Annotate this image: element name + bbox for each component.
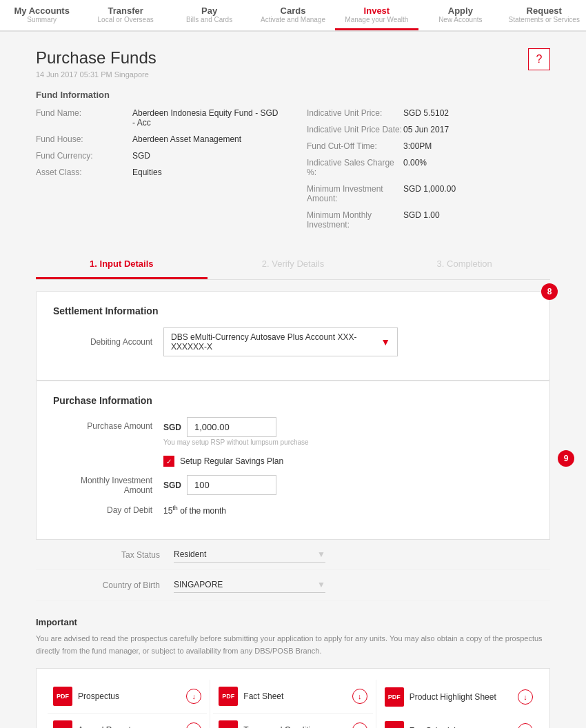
purchase-title: Purchase Information bbox=[53, 395, 533, 406]
cutoff-label: Fund Cut-Off Time: bbox=[307, 141, 403, 151]
doc-product-highlight: PDF Product Highlight Sheet ↓ bbox=[379, 680, 538, 714]
doc-name-fact-sheet: Fact Sheet bbox=[243, 691, 346, 701]
download-prospectus[interactable]: ↓ bbox=[186, 689, 201, 704]
doc-name-annual-report: Annual Report bbox=[78, 725, 181, 728]
purchase-amount-label: Purchase Amount bbox=[53, 417, 163, 431]
rsp-label: Setup Regular Savings Plan bbox=[180, 456, 283, 466]
tax-status-chevron-icon: ▼ bbox=[317, 549, 325, 559]
monthly-amount-label: Monthly Investment Amount bbox=[53, 476, 163, 495]
step-2: 2. Verify Details bbox=[208, 250, 379, 279]
tax-status-label: Tax Status bbox=[36, 550, 174, 560]
pdf-icon-fact-sheet: PDF bbox=[219, 687, 238, 706]
unit-price-value: SGD 5.5102 bbox=[403, 108, 449, 118]
tax-status-select[interactable]: Resident ▼ bbox=[174, 547, 325, 563]
nav-apply[interactable]: Apply New Accounts bbox=[418, 0, 502, 30]
doc-fee-schedule: PDF Fee Schedule ↓ bbox=[379, 714, 538, 728]
fund-info-title: Fund Information bbox=[36, 90, 550, 100]
fund-house-label: Fund House: bbox=[36, 134, 132, 144]
nav-transfer[interactable]: Transfer Local or Overseas bbox=[83, 0, 167, 30]
asset-class-label: Asset Class: bbox=[36, 168, 132, 177]
pdf-icon-fee-schedule: PDF bbox=[385, 721, 404, 728]
min-investment-value: SGD 1,000.00 bbox=[403, 184, 456, 203]
badge-9: 9 bbox=[558, 450, 574, 467]
unit-price-date-value: 05 Jun 2017 bbox=[403, 125, 449, 134]
purchase-amount-input[interactable] bbox=[187, 417, 276, 437]
download-product-highlight[interactable]: ↓ bbox=[518, 689, 533, 705]
fund-currency-value: SGD bbox=[132, 151, 150, 161]
download-fee-schedule[interactable]: ↓ bbox=[518, 723, 533, 728]
purchase-sub-note: You may setup RSP without lumpsum purcha… bbox=[163, 438, 309, 446]
download-annual-report[interactable]: ↓ bbox=[186, 722, 201, 728]
debit-day-value: 15th of the month bbox=[163, 505, 226, 516]
nav-request[interactable]: Request Statements or Services bbox=[503, 0, 586, 30]
important-title: Important bbox=[36, 617, 550, 627]
country-birth-row: Country of Birth SINGAPORE ▼ bbox=[36, 570, 550, 600]
chevron-down-icon: ▼ bbox=[381, 336, 390, 347]
fund-house-value: Aberdeen Asset Management bbox=[132, 134, 241, 144]
doc-name-terms: Terms and Conditions bbox=[243, 725, 346, 728]
doc-name-prospectus: Prospectus bbox=[78, 691, 181, 701]
step-1: 1. Input Details bbox=[36, 250, 208, 279]
asset-class-value: Equities bbox=[132, 168, 162, 177]
doc-terms: PDF Terms and Conditions ↓ bbox=[213, 714, 372, 728]
rsp-checkbox[interactable]: ✓ bbox=[163, 456, 174, 467]
sales-charge-label: Indicative Sales Charge %: bbox=[307, 158, 403, 177]
tax-status-value: Resident bbox=[174, 549, 206, 559]
min-monthly-label: Minimum Monthly Investment: bbox=[307, 210, 403, 230]
monthly-amount-input[interactable] bbox=[187, 475, 276, 495]
pdf-icon-prospectus: PDF bbox=[53, 687, 72, 706]
doc-prospectus: PDF Prospectus ↓ bbox=[48, 680, 207, 714]
country-birth-chevron-icon: ▼ bbox=[317, 580, 325, 589]
fund-name-value: Aberdeen Indonesia Equity Fund - SGD - A… bbox=[132, 108, 279, 128]
download-fact-sheet[interactable]: ↓ bbox=[352, 689, 367, 704]
doc-fact-sheet: PDF Fact Sheet ↓ bbox=[213, 680, 372, 714]
nav-invest[interactable]: Invest Manage your Wealth bbox=[335, 0, 418, 30]
help-button[interactable]: ? bbox=[528, 48, 550, 70]
download-terms[interactable]: ↓ bbox=[352, 722, 367, 728]
nav-pay[interactable]: Pay Bills and Cards bbox=[168, 0, 251, 30]
page-date: 14 Jun 2017 05:31 PM Singapore bbox=[36, 70, 156, 79]
unit-price-date-label: Indicative Unit Price Date: bbox=[307, 125, 403, 134]
top-navigation: My Accounts Summary Transfer Local or Ov… bbox=[0, 0, 586, 32]
step-3: 3. Completion bbox=[378, 250, 550, 279]
doc-annual-report: PDF Annual Report ↓ bbox=[48, 714, 207, 728]
country-birth-select[interactable]: SINGAPORE ▼ bbox=[174, 577, 325, 593]
fund-name-label: Fund Name: bbox=[36, 108, 132, 128]
country-birth-value: SINGAPORE bbox=[174, 580, 223, 589]
debiting-account-value: DBS eMulti-Currency Autosave Plus Accoun… bbox=[171, 332, 381, 352]
nav-cards[interactable]: Cards Activate and Manage bbox=[251, 0, 334, 30]
min-investment-label: Minimum Investment Amount: bbox=[307, 184, 403, 203]
purchase-currency: SGD bbox=[163, 423, 181, 432]
debit-day-label: Day of Debit bbox=[53, 505, 163, 515]
doc-name-product-highlight: Product Highlight Sheet bbox=[410, 692, 512, 702]
nav-my-accounts[interactable]: My Accounts Summary bbox=[0, 0, 83, 30]
pdf-icon-terms: PDF bbox=[219, 720, 238, 728]
country-birth-label: Country of Birth bbox=[36, 580, 174, 590]
monthly-currency: SGD bbox=[163, 481, 181, 490]
page-title: Purchase Funds bbox=[36, 48, 156, 68]
cutoff-value: 3:00PM bbox=[403, 141, 432, 151]
sales-charge-value: 0.00% bbox=[403, 158, 427, 177]
min-monthly-value: SGD 1.00 bbox=[403, 210, 440, 230]
important-text: You are advised to read the prospectus c… bbox=[36, 633, 550, 657]
debiting-account-select[interactable]: DBS eMulti-Currency Autosave Plus Accoun… bbox=[163, 327, 398, 356]
pdf-icon-annual-report: PDF bbox=[53, 720, 72, 728]
tax-status-row: Tax Status Resident ▼ bbox=[36, 540, 550, 570]
pdf-icon-product-highlight: PDF bbox=[385, 687, 404, 707]
purchase-section: Purchase Information Purchase Amount SGD… bbox=[36, 381, 550, 540]
unit-price-label: Indicative Unit Price: bbox=[307, 108, 403, 118]
settlement-title: Settlement Information bbox=[53, 305, 533, 316]
fund-currency-label: Fund Currency: bbox=[36, 151, 132, 161]
documents-grid: PDF Prospectus ↓ PDF Fact Sheet ↓ PDF Pr… bbox=[36, 668, 550, 728]
important-section: Important You are advised to read the pr… bbox=[36, 617, 550, 728]
settlement-section: 8 Settlement Information Debiting Accoun… bbox=[36, 291, 550, 381]
debiting-label: Debiting Account bbox=[53, 337, 163, 347]
steps-bar: 1. Input Details 2. Verify Details 3. Co… bbox=[36, 250, 550, 280]
badge-8: 8 bbox=[541, 283, 558, 300]
